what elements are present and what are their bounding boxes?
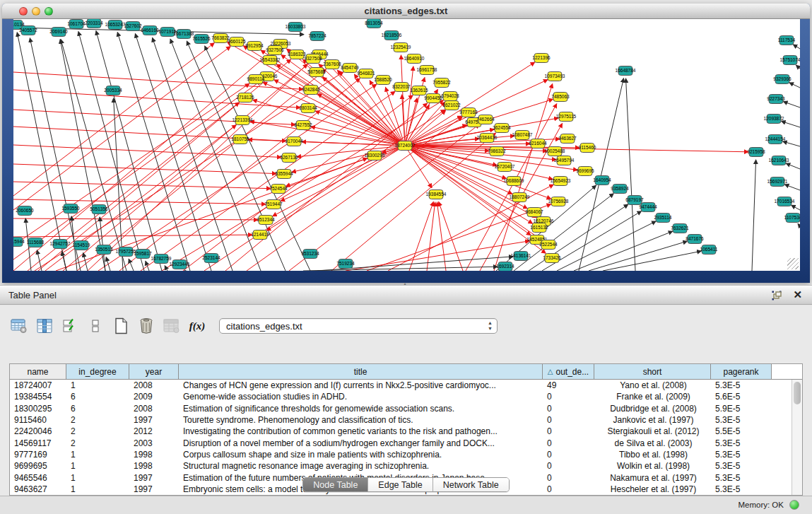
table-row[interactable]: 911546021997Tourette syndrome. Phenomeno… xyxy=(10,414,792,426)
graph-node[interactable]: 12213394 xyxy=(233,116,253,125)
graph-node[interactable]: 6794028 xyxy=(441,92,459,101)
table-cell[interactable]: 14569117 xyxy=(10,438,66,448)
graph-node[interactable]: 2522544 xyxy=(539,240,558,250)
table-cell[interactable]: de Silva et al. (2003) xyxy=(594,438,711,448)
table-cell[interactable]: 9777169 xyxy=(10,450,66,460)
table-cell[interactable]: 5.3E-5 xyxy=(711,438,772,448)
graph-node[interactable]: 2718126 xyxy=(236,93,254,103)
table-cell[interactable]: 1998 xyxy=(129,450,179,460)
table-cell[interactable]: 22420046 xyxy=(10,426,66,436)
graph-node[interactable]: 15751074 xyxy=(780,56,800,65)
graph-node[interactable]: 7615526 xyxy=(192,35,211,44)
table-cell[interactable]: 0 xyxy=(543,415,594,425)
graph-node[interactable]: 10756928 xyxy=(548,197,569,206)
graph-node[interactable]: 16033803 xyxy=(286,23,306,32)
graph-node[interactable]: 19384554 xyxy=(426,190,447,199)
graph-node[interactable]: 5355944 xyxy=(275,170,293,179)
table-cell[interactable]: 18724007 xyxy=(10,380,66,390)
table-cell[interactable]: 2 xyxy=(66,415,129,425)
graph-node[interactable]: 1061704 xyxy=(67,20,86,29)
graph-node[interactable]: 20364436 xyxy=(477,134,498,143)
graph-node[interactable]: 1810755 xyxy=(231,135,249,144)
table-cell[interactable]: 6 xyxy=(66,392,129,402)
graph-node[interactable]: 1692314 xyxy=(496,262,514,271)
table-cell[interactable]: 0 xyxy=(543,426,594,436)
table-cell[interactable]: 1997 xyxy=(129,415,179,425)
column-header-pagerank[interactable]: pagerank xyxy=(711,364,772,379)
graph-node[interactable]: 16782759 xyxy=(151,255,172,264)
column-settings-button[interactable] xyxy=(35,317,54,335)
table-cell[interactable]: 0 xyxy=(543,404,594,414)
graph-node[interactable]: 9474444 xyxy=(639,203,657,212)
table-row[interactable]: 1830029562008Estimation of significance … xyxy=(10,403,792,414)
table-cell[interactable]: Structural magnetic resonance image aver… xyxy=(179,461,543,471)
network-canvas[interactable]: 1872400718300295193845547663822966012589… xyxy=(13,19,800,271)
column-header-year[interactable]: year xyxy=(129,364,179,379)
graph-node[interactable]: 9699695 xyxy=(576,167,594,176)
graph-node[interactable]: 9329366 xyxy=(773,75,792,84)
graph-node[interactable]: 16648784 xyxy=(616,66,636,76)
graph-node[interactable]: 1117534 xyxy=(778,36,796,45)
delete-button[interactable] xyxy=(137,317,155,335)
graph-node[interactable]: 9531234 xyxy=(301,250,319,259)
graph-node[interactable]: 2005334 xyxy=(104,86,122,95)
graph-node[interactable]: 3624554 xyxy=(493,124,511,133)
tab-edge-table[interactable]: Edge Table xyxy=(368,478,433,491)
graph-node[interactable]: 3915944 xyxy=(13,238,25,247)
table-cell[interactable]: Genome-wide association studies in ADHD. xyxy=(179,392,543,402)
window-titlebar[interactable]: citations_edges.txt xyxy=(2,4,810,19)
graph-node[interactable]: 10653247 xyxy=(105,21,126,30)
graph-node[interactable]: 5051356 xyxy=(90,205,108,214)
table-cell[interactable]: 5.5E-5 xyxy=(711,426,772,436)
graph-node[interactable]: 7857224 xyxy=(308,32,326,41)
table-cell[interactable]: Wolkin et al. (1998) xyxy=(594,461,711,471)
graph-node[interactable]: 7955822 xyxy=(433,78,451,88)
column-header-short[interactable]: short xyxy=(594,364,711,379)
table-cell[interactable]: 5.3E-5 xyxy=(711,450,772,460)
graph-node[interactable]: 7663822 xyxy=(211,34,230,43)
table-cell[interactable]: 0 xyxy=(543,450,594,460)
table-cell[interactable]: Corpus callosum shape and size in male p… xyxy=(179,450,543,460)
graph-node[interactable]: 9327508 xyxy=(304,54,322,64)
new-file-button[interactable] xyxy=(112,317,130,335)
column-header-in_degree[interactable]: in_degree xyxy=(66,364,129,379)
graph-node[interactable]: 9215958 xyxy=(747,148,765,157)
graph-node[interactable]: 9358924 xyxy=(611,185,629,194)
graph-node[interactable]: 18640910 xyxy=(404,54,425,64)
column-header-name[interactable]: name xyxy=(10,364,66,379)
graph-node[interactable]: 10025488 xyxy=(545,147,565,156)
float-panel-icon[interactable] xyxy=(771,290,782,301)
graph-node[interactable]: 8322037 xyxy=(392,83,411,92)
table-cell[interactable]: 1 xyxy=(66,380,129,390)
function-builder-button[interactable]: f(x) xyxy=(188,317,206,335)
graph-node[interactable]: 16543382 xyxy=(260,56,281,65)
graph-node[interactable]: 2935114 xyxy=(654,214,672,223)
graph-node[interactable]: 7485063 xyxy=(551,93,570,102)
graph-node[interactable]: 12444154 xyxy=(765,135,786,144)
table-cell[interactable]: 2008 xyxy=(129,380,179,390)
graph-node[interactable]: 9227343 xyxy=(767,95,785,104)
table-cell[interactable]: 5.3E-5 xyxy=(711,461,772,471)
graph-node[interactable]: 1362615 xyxy=(410,86,428,95)
table-cell[interactable]: 9699695 xyxy=(10,461,66,471)
graph-node[interactable]: 15692971 xyxy=(767,177,788,187)
graph-node[interactable]: 1527602 xyxy=(124,22,142,31)
table-cell[interactable]: 2008 xyxy=(129,404,179,414)
select-all-button[interactable] xyxy=(61,317,79,335)
graph-node[interactable]: 1615132 xyxy=(530,223,548,233)
graph-node[interactable]: 7632621 xyxy=(671,224,689,233)
table-row[interactable]: 977716911998Corpus callosum shape and si… xyxy=(10,449,792,460)
table-cell[interactable]: 2003 xyxy=(129,438,179,448)
graph-node[interactable]: 9777163 xyxy=(459,108,478,117)
graph-node[interactable]: 7524544 xyxy=(269,185,288,194)
table-cell[interactable]: Tibbo et al. (1998) xyxy=(594,450,711,460)
table-cell[interactable]: 0 xyxy=(543,461,594,471)
table-source-select[interactable]: citations_edges.txt ▲▼ xyxy=(219,318,498,334)
graph-node[interactable]: 2060650 xyxy=(16,206,34,216)
graph-node[interactable]: 8186323 xyxy=(288,50,306,59)
graph-node[interactable]: 18300295 xyxy=(365,151,385,160)
graph-node[interactable]: 9890114 xyxy=(247,75,265,84)
table-cell[interactable]: Stergiakouli et al. (2012) xyxy=(594,426,711,436)
table-cell[interactable]: 0 xyxy=(543,392,594,402)
graph-node[interactable]: 12942757 xyxy=(50,240,71,249)
